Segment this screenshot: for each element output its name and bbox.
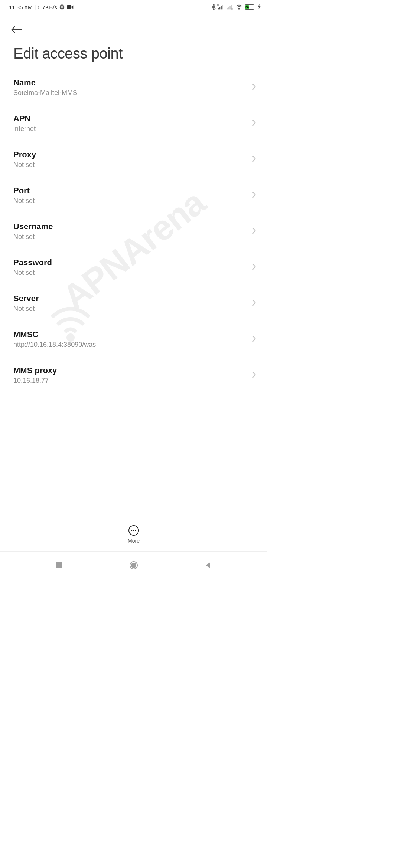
svg-rect-7 [229,6,231,9]
settings-gear-icon [59,4,65,10]
svg-rect-3 [221,6,222,9]
more-button[interactable]: More [128,525,140,544]
page-title: Edit access point [0,37,267,69]
back-button[interactable] [9,22,24,37]
item-value: http://10.16.18.4:38090/was [13,341,96,349]
system-nav-bar [0,551,267,579]
chevron-right-icon [252,83,256,92]
circle-icon [129,561,138,570]
wifi-icon [236,4,242,10]
svg-rect-5 [227,8,228,10]
header [0,14,267,37]
chevron-right-icon [252,335,256,344]
more-label: More [128,538,140,544]
item-port[interactable]: Port Not set [0,177,267,213]
item-proxy[interactable]: Proxy Not set [0,141,267,177]
svg-rect-6 [228,7,229,9]
triangle-left-icon [204,562,212,569]
signal-nosim-icon [227,4,234,10]
item-value: internet [13,125,36,133]
item-label: Username [13,222,53,231]
chevron-right-icon [252,155,256,164]
chevron-right-icon [252,227,256,236]
content-area: APNArena Name Sotelma-Malitel-MMS APN in… [0,69,267,500]
svg-rect-11 [56,562,62,568]
item-password[interactable]: Password Not set [0,249,267,285]
status-bar: 11:35 AM | 0.7KB/s 4G 38 [0,0,267,14]
network-badge: 4G [217,4,220,6]
arrow-left-icon [10,25,22,34]
settings-list: Name Sotelma-Malitel-MMS APN internet Pr… [0,69,267,393]
nav-recent-button[interactable] [52,558,67,573]
item-username[interactable]: Username Not set [0,213,267,249]
chevron-right-icon [252,119,256,128]
item-value: Not set [13,305,39,313]
item-value: Not set [13,197,35,205]
chevron-right-icon [252,191,256,200]
item-label: APN [13,114,36,124]
more-dots-icon [128,525,139,536]
item-label: Password [13,258,52,267]
item-label: Server [13,294,39,303]
svg-rect-1 [218,8,219,10]
chevron-right-icon [252,299,256,308]
signal-4g-icon: 4G [218,4,225,10]
item-server[interactable]: Server Not set [0,285,267,321]
item-label: Name [13,78,77,88]
square-icon [56,562,63,569]
item-mms-proxy[interactable]: MMS proxy 10.16.18.77 [0,357,267,393]
status-right: 4G 38 [211,4,261,10]
item-name[interactable]: Name Sotelma-Malitel-MMS [0,69,267,105]
battery-icon: 38 [245,4,255,10]
status-separator: | [34,4,36,10]
item-label: MMSC [13,330,96,339]
item-apn[interactable]: APN internet [0,105,267,141]
nav-back-button[interactable] [200,558,215,573]
item-value: Not set [13,161,36,169]
svg-rect-0 [67,5,71,9]
bluetooth-icon [211,4,216,10]
chevron-right-icon [252,371,256,380]
svg-rect-4 [222,5,223,10]
item-value: Not set [13,233,53,241]
charging-bolt-icon [258,4,261,10]
item-value: Sotelma-Malitel-MMS [13,89,77,97]
svg-rect-2 [219,7,221,9]
video-camera-icon [67,4,74,10]
item-label: MMS proxy [13,366,57,375]
bottom-area: More [0,523,267,579]
svg-point-13 [131,563,136,568]
battery-percent: 38 [245,6,249,9]
status-netspeed: 0.7KB/s [38,4,57,10]
item-label: Port [13,186,35,195]
nav-home-button[interactable] [126,558,141,573]
item-label: Proxy [13,150,36,160]
svg-point-9 [239,9,239,10]
item-value: 10.16.18.77 [13,377,57,385]
chevron-right-icon [252,263,256,272]
item-value: Not set [13,269,52,277]
item-mmsc[interactable]: MMSC http://10.16.18.4:38090/was [0,321,267,357]
status-time: 11:35 AM [9,4,32,10]
status-left: 11:35 AM | 0.7KB/s [9,4,74,10]
